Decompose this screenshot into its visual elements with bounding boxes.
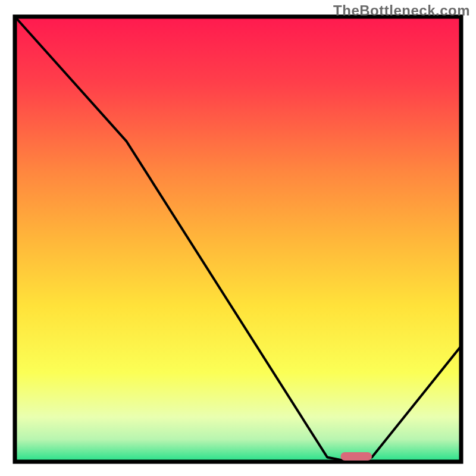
svg-rect-0: [15, 17, 461, 462]
chart-svg: [0, 0, 476, 476]
optimal-marker: [341, 452, 372, 461]
chart-container: TheBottleneck.com: [0, 0, 476, 476]
watermark-text: TheBottleneck.com: [333, 2, 470, 19]
